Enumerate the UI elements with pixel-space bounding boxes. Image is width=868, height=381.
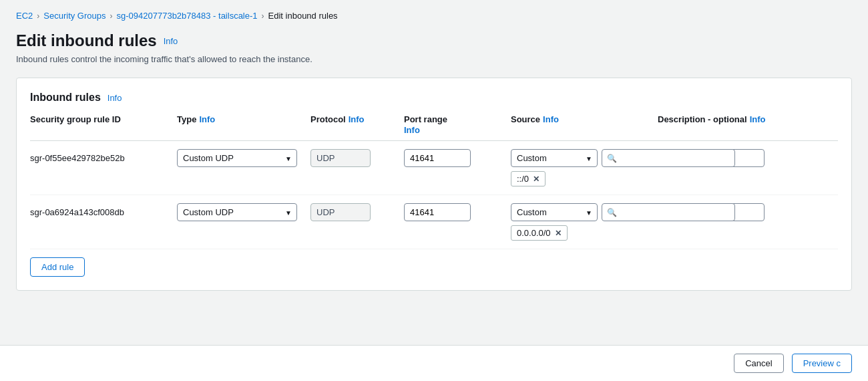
source-search-wrapper-2[interactable]: 🔍 <box>602 203 735 221</box>
description-info-link[interactable]: Info <box>750 114 766 124</box>
port-range-cell-2[interactable] <box>404 203 511 221</box>
source-tag-close-2[interactable]: ✕ <box>555 229 562 238</box>
table-header: Security group rule ID Type Info Protoco… <box>30 114 838 141</box>
rule-id-2: sgr-0a6924a143cf008db <box>30 203 124 217</box>
source-tag-chip-1: ::/0 ✕ <box>511 171 546 186</box>
type-cell-1: Custom UDP ▼ <box>177 149 310 167</box>
rule-id-1: sgr-0f55ee429782be52b <box>30 149 125 163</box>
type-select-wrapper-1[interactable]: Custom UDP ▼ <box>177 149 297 167</box>
breadcrumb-current: Edit inbound rules <box>268 11 338 21</box>
protocol-info-link[interactable]: Info <box>349 114 365 124</box>
protocol-input-2 <box>310 203 371 221</box>
table-row: sgr-0a6924a143cf008db Custom UDP ▼ <box>30 195 838 249</box>
add-rule-button[interactable]: Add rule <box>30 257 85 277</box>
breadcrumb-sg-id[interactable]: sg-094207773b2b78483 - tailscale-1 <box>117 11 258 21</box>
col-port-range: Port range Info <box>404 114 511 135</box>
protocol-input-1 <box>310 149 371 167</box>
page-subtitle: Inbound rules control the incoming traff… <box>16 54 852 64</box>
source-tag-chip-2: 0.0.0.0/0 ✕ <box>511 225 568 241</box>
type-select-wrapper-2[interactable]: Custom UDP ▼ <box>177 203 297 221</box>
card-info-link[interactable]: Info <box>107 93 122 103</box>
port-range-input-1[interactable] <box>404 149 471 167</box>
breadcrumb-sep-3: › <box>262 11 264 21</box>
type-select-1[interactable]: Custom UDP <box>177 149 297 167</box>
source-select-wrapper-2[interactable]: Custom ▼ <box>511 203 598 221</box>
source-tag-value-2: 0.0.0.0/0 <box>517 228 551 238</box>
source-search-row-2: Custom ▼ 🔍 <box>511 203 735 221</box>
rule-id-cell-1: sgr-0f55ee429782be52b <box>30 149 177 163</box>
page-info-link[interactable]: Info <box>164 36 178 46</box>
footer-bar: Cancel Preview c <box>0 345 868 381</box>
breadcrumb-sep-2: › <box>110 11 113 21</box>
col-source: Source Info <box>511 114 658 135</box>
port-range-input-2[interactable] <box>404 203 471 221</box>
page-title-row: Edit inbound rules Info <box>16 31 852 50</box>
col-description: Description - optional Info <box>658 114 838 135</box>
card-title: Inbound rules <box>30 92 101 104</box>
source-tag-close-1[interactable]: ✕ <box>533 174 539 184</box>
source-cell-2: Custom ▼ 🔍 0.0.0.0/0 ✕ <box>511 203 711 241</box>
protocol-cell-1 <box>310 149 404 167</box>
breadcrumb: EC2 › Security Groups › sg-094207773b2b7… <box>16 11 852 21</box>
type-select-2[interactable]: Custom UDP <box>177 203 297 221</box>
source-select-2[interactable]: Custom <box>511 203 598 221</box>
breadcrumb-ec2[interactable]: EC2 <box>16 11 33 21</box>
cancel-button[interactable]: Cancel <box>734 354 783 373</box>
card-header: Inbound rules Info <box>30 92 838 104</box>
col-rule-id: Security group rule ID <box>30 114 177 135</box>
col-type: Type Info <box>177 114 310 135</box>
port-range-cell-1[interactable] <box>404 149 511 167</box>
source-tag-value-1: ::/0 <box>517 174 529 184</box>
table-row: sgr-0f55ee429782be52b Custom UDP ▼ <box>30 141 838 195</box>
search-icon-2: 🔍 <box>607 208 617 217</box>
breadcrumb-sep-1: › <box>37 11 39 21</box>
source-select-1[interactable]: Custom <box>511 149 598 167</box>
source-search-row-1: Custom ▼ 🔍 <box>511 149 735 167</box>
search-icon-1: 🔍 <box>607 154 617 163</box>
type-info-link[interactable]: Info <box>199 114 215 124</box>
source-select-wrapper-1[interactable]: Custom ▼ <box>511 149 598 167</box>
preview-button[interactable]: Preview c <box>792 354 852 373</box>
source-search-input-1[interactable] <box>602 149 735 167</box>
source-search-wrapper-1[interactable]: 🔍 <box>602 149 735 167</box>
source-cell-1: Custom ▼ 🔍 ::/0 ✕ <box>511 149 711 186</box>
protocol-cell-2 <box>310 203 404 221</box>
source-info-link[interactable]: Info <box>543 114 559 124</box>
port-range-info-link[interactable]: Info <box>404 125 420 135</box>
breadcrumb-security-groups[interactable]: Security Groups <box>43 11 105 21</box>
inbound-rules-card: Inbound rules Info Security group rule I… <box>16 78 852 291</box>
col-protocol: Protocol Info <box>310 114 404 135</box>
type-cell-2: Custom UDP ▼ <box>177 203 310 221</box>
rule-id-cell-2: sgr-0a6924a143cf008db <box>30 203 177 217</box>
page-title: Edit inbound rules <box>16 31 157 50</box>
source-search-input-2[interactable] <box>602 203 735 221</box>
